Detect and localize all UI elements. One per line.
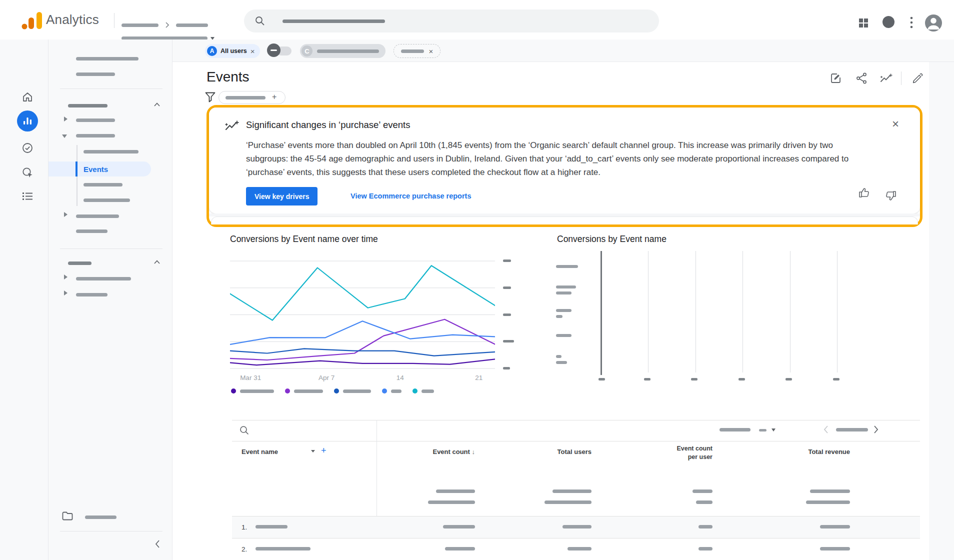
redacted-x-tick: [786, 378, 792, 380]
next-insight-card-peek: [211, 216, 918, 224]
column-header-event-count-per-user[interactable]: Event count per user: [676, 444, 712, 462]
redacted-nav-item: [76, 134, 115, 138]
legend-item[interactable]: [412, 388, 434, 394]
sidebar-item-label: Events: [84, 165, 108, 174]
legend-item[interactable]: [285, 388, 323, 394]
account-circle-icon[interactable]: [882, 16, 895, 28]
redacted-nav-item: [76, 230, 108, 233]
column-header-total-revenue[interactable]: Total revenue: [808, 448, 850, 456]
chevron-up-icon[interactable]: [154, 260, 160, 264]
redacted-x-tick: [691, 378, 698, 380]
table-search-icon[interactable]: [240, 426, 250, 436]
redacted-event-name: [256, 547, 310, 550]
redacted-cell-value: [443, 525, 475, 528]
customize-report-icon[interactable]: [830, 72, 842, 84]
explore-icon[interactable]: [22, 142, 34, 154]
sort-desc-icon: ↓: [472, 448, 476, 456]
redacted-y-tick: [503, 314, 511, 316]
insights-icon[interactable]: [880, 73, 892, 84]
redacted-cell-value: [445, 547, 475, 550]
chevron-down-icon[interactable]: [311, 450, 315, 452]
analytics-logo[interactable]: [20, 11, 44, 30]
redacted-cell-value: [820, 547, 850, 550]
segment-badge: A: [207, 46, 217, 56]
thumb-down-icon[interactable]: [885, 190, 897, 202]
view-ecommerce-reports-link[interactable]: View Ecommerce purchase reports: [350, 192, 472, 200]
expand-arrow-icon[interactable]: [64, 212, 68, 217]
legend-item[interactable]: [334, 388, 371, 394]
column-header-event-count[interactable]: Event count ↓: [432, 448, 475, 456]
gridline: [837, 251, 838, 372]
home-icon[interactable]: [22, 91, 34, 103]
comparison-chip[interactable]: C: [300, 44, 386, 58]
app-header: Analytics: [0, 0, 954, 40]
line-chart[interactable]: [230, 253, 495, 376]
redacted-rows-count: [759, 429, 766, 432]
expand-arrow-icon[interactable]: [64, 116, 68, 122]
redacted-legend-label: [343, 390, 371, 393]
comparison-toggle-knob[interactable]: [267, 44, 280, 57]
redacted-category-label: [556, 355, 562, 358]
header-divider: [114, 13, 114, 28]
redacted-category-label: [556, 265, 578, 268]
legend-item[interactable]: [382, 388, 402, 394]
add-filter-chip[interactable]: +: [218, 91, 286, 104]
redacted-x-tick: [833, 378, 840, 380]
sidebar-item-events-active[interactable]: Events: [48, 162, 151, 176]
product-name[interactable]: Analytics: [46, 12, 99, 28]
redacted-section-header: [68, 262, 92, 265]
redacted-total-value: [692, 490, 712, 493]
redacted-comparison-label: [317, 50, 379, 53]
sidebar-divider: [60, 531, 162, 532]
filter-funnel-icon[interactable]: [205, 92, 216, 102]
avatar[interactable]: [924, 14, 942, 32]
redacted-nav-subitem: [84, 150, 138, 154]
column-header-total-users[interactable]: Total users: [558, 448, 592, 456]
redacted-total-value: [436, 490, 475, 493]
folder-icon[interactable]: [62, 511, 74, 521]
edit-pencil-icon[interactable]: [912, 72, 924, 84]
x-axis-tick-label: 14: [396, 374, 404, 382]
page-next-icon[interactable]: [873, 425, 879, 434]
bar-chart[interactable]: [602, 251, 838, 376]
segment-bar: A All users × C ×: [172, 40, 954, 62]
close-icon[interactable]: ×: [892, 117, 899, 131]
search-icon: [255, 16, 265, 26]
account-switcher[interactable]: [122, 15, 222, 41]
chevron-down-icon[interactable]: [772, 428, 776, 432]
redacted-cell-value: [568, 547, 592, 550]
view-key-drivers-button[interactable]: View key drivers: [246, 187, 318, 206]
chevron-up-icon[interactable]: [154, 102, 160, 107]
advertising-icon[interactable]: [22, 166, 34, 178]
page-title: Events: [206, 69, 250, 85]
more-vert-icon[interactable]: [910, 16, 913, 28]
redacted-y-tick: [503, 260, 511, 262]
legend-dot: [382, 388, 387, 394]
all-users-chip[interactable]: A All users ×: [205, 44, 260, 58]
redacted-x-tick: [738, 378, 745, 380]
close-icon[interactable]: ×: [250, 48, 255, 55]
collapse-arrow-icon[interactable]: [62, 134, 67, 138]
share-icon[interactable]: [856, 72, 868, 84]
close-icon[interactable]: ×: [429, 48, 434, 55]
redacted-nav-item: [76, 277, 131, 280]
library-list-icon[interactable]: [22, 190, 34, 202]
line-chart-legend: [231, 388, 434, 394]
redacted-nav-item: [76, 214, 119, 218]
expand-arrow-icon[interactable]: [64, 274, 68, 280]
legend-dot: [334, 388, 339, 394]
search-bar[interactable]: [244, 10, 659, 32]
legend-item[interactable]: [231, 388, 274, 394]
collapse-sidebar-icon[interactable]: [154, 540, 160, 548]
page-prev-icon[interactable]: [823, 425, 829, 434]
reports-icon-active[interactable]: [17, 110, 38, 132]
redacted-legend-label: [240, 390, 274, 393]
apps-grid-icon[interactable]: [858, 18, 868, 28]
x-axis-tick-label: Apr 7: [318, 374, 334, 382]
column-header-event-name[interactable]: Event name: [242, 448, 278, 456]
thumb-up-icon[interactable]: [858, 187, 870, 199]
expand-arrow-icon[interactable]: [64, 290, 68, 296]
add-dimension-icon[interactable]: +: [321, 446, 326, 456]
line-series: [230, 320, 495, 360]
add-comparison-chip[interactable]: ×: [394, 44, 440, 58]
